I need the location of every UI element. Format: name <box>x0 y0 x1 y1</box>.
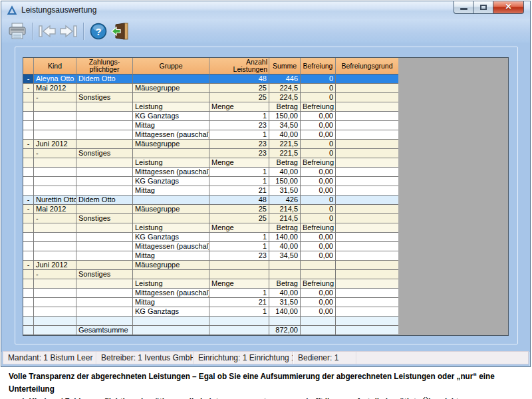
table-row[interactable]: Mittagessen (pauschal)140,000,00 <box>23 242 398 251</box>
table-cell: 40,00 <box>269 289 301 297</box>
collapse-toggle[interactable]: - <box>23 205 34 213</box>
table-row[interactable] <box>23 317 398 326</box>
table-cell: 224,5 <box>269 84 301 92</box>
app-window: Leistungsauswertung ✕ <box>1 1 531 367</box>
collapse-toggle[interactable]: - <box>23 196 34 204</box>
close-button[interactable]: ✕ <box>493 1 524 14</box>
table-row[interactable]: -Juni 2012Mäusegruppe23221,50 <box>23 140 398 149</box>
table-cell: Leistung <box>133 279 209 288</box>
collapse-toggle[interactable]: - <box>23 261 34 269</box>
table-row[interactable]: -Mai 2012Mäusegruppe25214,50 <box>23 205 398 214</box>
table-row[interactable]: Mittagessen (pauschal)140,000,00 <box>23 289 398 298</box>
table-cell <box>34 177 76 186</box>
table-cell: Mäusegruppe <box>133 84 209 92</box>
table-row[interactable]: LeistungMengeBetragBefreiung <box>23 158 398 168</box>
toolbar: ? <box>1 19 530 43</box>
column-header[interactable]: Gruppe <box>133 58 209 74</box>
table-cell <box>23 102 34 111</box>
table-cell: 1 <box>209 233 269 241</box>
table-cell <box>34 317 76 325</box>
nav-last-button[interactable] <box>58 21 79 41</box>
table-row[interactable]: -Nurettin OttoDidem Otto484260 <box>23 196 398 205</box>
table-cell <box>76 279 133 288</box>
nav-first-icon <box>37 24 57 39</box>
table-cell <box>336 307 398 316</box>
table-cell: 0,00 <box>301 121 336 130</box>
table-cell: 0 <box>301 140 336 148</box>
column-header[interactable]: Befreiungsgrund <box>336 58 398 74</box>
table-cell <box>76 251 133 260</box>
column-header[interactable]: Anzahl Leistungen <box>209 58 269 74</box>
collapse-toggle[interactable]: - <box>23 140 34 148</box>
table-row[interactable]: LeistungMengeBetragBefreiung <box>23 102 398 112</box>
table-cell <box>336 149 398 158</box>
table-row[interactable]: LeistungMengeBetragBefreiung <box>23 223 398 233</box>
table-cell <box>209 270 269 279</box>
column-header[interactable]: Befreiung <box>301 58 336 74</box>
table-cell <box>76 112 133 120</box>
table-cell: Betrag <box>269 158 301 167</box>
collapse-toggle[interactable]: - <box>34 93 76 102</box>
table-row[interactable]: KG Ganztags1140,000,00 <box>23 233 398 242</box>
column-header[interactable]: Kind <box>34 58 76 74</box>
table-row[interactable]: Mittag2131,500,00 <box>23 298 398 307</box>
nav-first-button[interactable] <box>37 21 58 41</box>
table-cell <box>23 298 34 307</box>
collapse-toggle[interactable]: - <box>34 270 76 279</box>
table-row[interactable]: -Sonstiges <box>23 270 398 279</box>
table-cell <box>76 158 133 167</box>
table-row[interactable]: Mittag2334,500,00 <box>23 121 398 130</box>
table-row[interactable]: -Sonstiges23221,50 <box>23 149 398 158</box>
table-row[interactable]: LeistungMengeBetragBefreiung <box>23 279 398 289</box>
table-cell <box>336 214 398 223</box>
collapse-toggle[interactable]: - <box>23 84 34 92</box>
table-row[interactable]: Mittagessen (pauschal)140,000,00 <box>23 168 398 177</box>
table-cell <box>133 326 209 334</box>
table-cell <box>336 112 398 120</box>
exit-button[interactable] <box>109 21 130 41</box>
table-cell <box>23 130 34 139</box>
window-controls: ✕ <box>454 1 524 14</box>
table-cell <box>133 214 209 223</box>
table-cell: Leistung <box>133 102 209 111</box>
table-cell: 0 <box>301 214 336 223</box>
column-header[interactable]: Zahlungs-pflichtiger <box>76 58 133 74</box>
table-cell <box>336 223 398 232</box>
table-row[interactable]: -Mai 2012Mäusegruppe25224,50 <box>23 84 398 93</box>
table-row[interactable]: -Juni 2012Mäusegruppe <box>23 261 398 270</box>
table-cell <box>336 298 398 307</box>
table-row[interactable]: Gesamtsumme872,00 <box>23 326 398 335</box>
table-cell <box>76 298 133 307</box>
column-header[interactable] <box>23 58 34 74</box>
collapse-toggle[interactable]: - <box>34 214 76 223</box>
table-cell <box>34 298 76 307</box>
table-cell: 446 <box>269 74 301 83</box>
table-cell: Mäusegruppe <box>133 205 209 213</box>
title-bar[interactable]: Leistungsauswertung ✕ <box>1 1 530 19</box>
table-row[interactable]: -Aleyna OttoDidem Otto484460 <box>23 74 398 84</box>
table-row[interactable]: KG Ganztags1150,000,00 <box>23 177 398 186</box>
table-cell <box>76 84 133 92</box>
table-row[interactable]: KG Ganztags1150,000,00 <box>23 112 398 121</box>
minimize-button[interactable] <box>454 1 473 14</box>
table-cell: 48 <box>209 74 269 83</box>
table-cell <box>34 223 76 232</box>
table-cell <box>209 317 269 325</box>
column-header[interactable]: Summe <box>269 58 301 74</box>
table-row[interactable]: Mittag2334,500,00 <box>23 251 398 261</box>
collapse-toggle[interactable]: - <box>34 149 76 158</box>
table-row[interactable]: -Sonstiges25214,50 <box>23 214 398 223</box>
help-button[interactable]: ? <box>88 21 109 41</box>
maximize-button[interactable] <box>473 1 493 14</box>
print-button[interactable] <box>7 21 28 41</box>
table-row[interactable]: Mittagessen (pauschal)140,000,00 <box>23 130 398 140</box>
collapse-toggle[interactable]: - <box>23 74 34 83</box>
status-bar: Mandant: 1 Bistum LeerBetreiber: 1 Ivent… <box>3 351 529 364</box>
table-row[interactable]: Mittag2131,500,00 <box>23 186 398 196</box>
table-cell <box>336 177 398 186</box>
table-row[interactable]: -Sonstiges25224,50 <box>23 93 398 102</box>
table-row[interactable]: KG Ganztags1140,000,00 <box>23 307 398 317</box>
table-cell: 1 <box>209 112 269 120</box>
table-cell: Aleyna Otto <box>34 74 76 83</box>
table-cell: Mäusegruppe <box>133 140 209 148</box>
